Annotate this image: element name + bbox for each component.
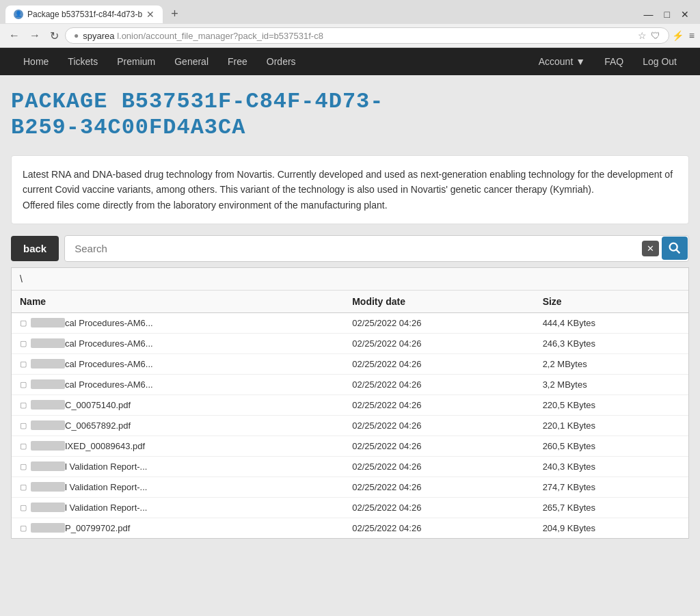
table-row[interactable]: ▢ l Validation Report-...02/25/2022 04:2… bbox=[12, 497, 688, 518]
redacted-prefix bbox=[31, 400, 65, 410]
nav-logout[interactable]: Log Out bbox=[633, 48, 686, 75]
path-bar: \ bbox=[12, 268, 688, 291]
table-row[interactable]: ▢ P_00799702.pdf02/25/2022 04:26204,9 KB… bbox=[12, 518, 688, 538]
file-table: Name Modity date Size ▢ cal Procedures-A… bbox=[12, 291, 688, 538]
menu-icon[interactable]: ≡ bbox=[689, 30, 695, 41]
table-row[interactable]: ▢ cal Procedures-AM6...02/25/2022 04:263… bbox=[12, 374, 688, 394]
nav-account-dropdown[interactable]: Account ▼ bbox=[529, 48, 595, 75]
table-row[interactable]: ▢ l Validation Report-...02/25/2022 04:2… bbox=[12, 456, 688, 477]
redacted-prefix bbox=[31, 379, 65, 389]
file-date: 02/25/2022 04:26 bbox=[344, 518, 534, 538]
redacted-prefix bbox=[31, 420, 65, 430]
file-name: IXED_00089643.pdf bbox=[65, 441, 145, 451]
col-size: Size bbox=[535, 291, 688, 313]
url-full: l.onion/account_file_manager?pack_id=b53… bbox=[117, 31, 323, 41]
file-icon: ▢ bbox=[20, 483, 27, 492]
site-navigation: Home Tickets Premium General Free Orders… bbox=[0, 48, 700, 75]
search-toolbar: back ✕ bbox=[11, 235, 689, 262]
search-input[interactable] bbox=[64, 235, 689, 262]
file-date: 02/25/2022 04:26 bbox=[344, 415, 534, 436]
table-row[interactable]: ▢ C_00075140.pdf02/25/2022 04:26220,5 KB… bbox=[12, 394, 688, 415]
file-size: 220,5 KBytes bbox=[535, 394, 688, 415]
address-actions: ⚡ ≡ bbox=[672, 30, 695, 41]
address-text: spyarea l.onion/account_file_manager?pac… bbox=[83, 31, 634, 41]
table-row[interactable]: ▢ cal Procedures-AM6...02/25/2022 04:262… bbox=[12, 333, 688, 353]
package-title-line2: B259-34C00FD4A3CA bbox=[11, 115, 245, 140]
redacted-prefix bbox=[31, 441, 65, 451]
file-date: 02/25/2022 04:26 bbox=[344, 477, 534, 497]
tab-favicon: 👤 bbox=[14, 10, 23, 19]
file-icon: ▢ bbox=[20, 524, 27, 533]
file-date: 02/25/2022 04:26 bbox=[344, 333, 534, 353]
redacted-prefix bbox=[31, 461, 65, 471]
nav-faq[interactable]: FAQ bbox=[595, 48, 633, 75]
redacted-prefix bbox=[31, 523, 65, 533]
table-row[interactable]: ▢ IXED_00089643.pdf02/25/2022 04:26260,5… bbox=[12, 436, 688, 456]
file-name-cell: ▢ cal Procedures-AM6... bbox=[12, 353, 344, 374]
file-name: C_00657892.pdf bbox=[65, 420, 131, 431]
file-name-cell: ▢ C_00657892.pdf bbox=[12, 415, 344, 436]
maximize-button[interactable]: □ bbox=[664, 9, 670, 20]
col-date: Modity date bbox=[344, 291, 534, 313]
dropdown-chevron-icon: ▼ bbox=[576, 56, 585, 67]
file-name: l Validation Report-... bbox=[65, 503, 147, 513]
file-icon: ▢ bbox=[20, 360, 27, 369]
forward-nav-button[interactable]: → bbox=[26, 28, 44, 43]
file-size: 204,9 KBytes bbox=[535, 518, 688, 538]
address-box[interactable]: ● spyarea l.onion/account_file_manager?p… bbox=[65, 27, 669, 44]
file-date: 02/25/2022 04:26 bbox=[344, 353, 534, 374]
shield-icon: 🛡 bbox=[651, 30, 660, 41]
file-size: 246,3 KBytes bbox=[535, 333, 688, 353]
file-name: C_00075140.pdf bbox=[65, 400, 131, 410]
tab-close-button[interactable]: ✕ bbox=[146, 10, 154, 19]
file-size: 265,7 KBytes bbox=[535, 497, 688, 518]
search-icon bbox=[667, 241, 682, 256]
redacted-prefix bbox=[31, 359, 65, 369]
nav-free[interactable]: Free bbox=[218, 48, 257, 75]
file-icon: ▢ bbox=[20, 380, 27, 389]
description-line1: Latest RNA and DNA-based drug technology… bbox=[23, 167, 677, 198]
file-icon: ▢ bbox=[20, 319, 27, 327]
file-name-cell: ▢ l Validation Report-... bbox=[12, 456, 344, 477]
nav-general[interactable]: General bbox=[165, 48, 218, 75]
new-tab-button[interactable]: + bbox=[165, 4, 184, 24]
nav-tickets[interactable]: Tickets bbox=[58, 48, 107, 75]
browser-chrome: 👤 Package b537531f-c84f-4d73-b ✕ + — □ ✕… bbox=[0, 0, 700, 48]
file-name-cell: ▢ cal Procedures-AM6... bbox=[12, 374, 344, 394]
minimize-button[interactable]: — bbox=[644, 9, 654, 20]
file-date: 02/25/2022 04:26 bbox=[344, 497, 534, 518]
file-size: 240,3 KBytes bbox=[535, 456, 688, 477]
table-row[interactable]: ▢ C_00657892.pdf02/25/2022 04:26220,1 KB… bbox=[12, 415, 688, 436]
file-date: 02/25/2022 04:26 bbox=[344, 456, 534, 477]
bookmark-icon[interactable]: ☆ bbox=[638, 30, 647, 41]
file-size: 274,7 KBytes bbox=[535, 477, 688, 497]
table-header-row: Name Modity date Size bbox=[12, 291, 688, 313]
file-name: cal Procedures-AM6... bbox=[65, 379, 153, 390]
redacted-prefix bbox=[31, 338, 65, 348]
nav-orders[interactable]: Orders bbox=[257, 48, 306, 75]
back-nav-button[interactable]: ← bbox=[5, 28, 23, 43]
active-tab[interactable]: 👤 Package b537531f-c84f-4d73-b ✕ bbox=[5, 5, 163, 23]
file-name-cell: ▢ cal Procedures-AM6... bbox=[12, 312, 344, 333]
file-icon: ▢ bbox=[20, 503, 27, 512]
back-button[interactable]: back bbox=[11, 236, 59, 261]
window-controls: — □ ✕ bbox=[644, 9, 695, 20]
search-button[interactable] bbox=[662, 237, 688, 260]
extensions-icon[interactable]: ⚡ bbox=[672, 30, 684, 41]
file-size: 2,2 MBytes bbox=[535, 353, 688, 374]
nav-home[interactable]: Home bbox=[14, 48, 58, 75]
file-icon: ▢ bbox=[20, 401, 27, 410]
file-date: 02/25/2022 04:26 bbox=[344, 436, 534, 456]
package-title: PACKAGE B537531F-C84F-4D73- B259-34C00FD… bbox=[11, 89, 689, 142]
table-row[interactable]: ▢ cal Procedures-AM6...02/25/2022 04:262… bbox=[12, 353, 688, 374]
close-window-button[interactable]: ✕ bbox=[681, 9, 689, 20]
table-row[interactable]: ▢ l Validation Report-...02/25/2022 04:2… bbox=[12, 477, 688, 497]
file-size: 444,4 KBytes bbox=[535, 312, 688, 333]
redacted-prefix bbox=[31, 318, 65, 327]
file-name: cal Procedures-AM6... bbox=[65, 318, 153, 328]
page-content: PACKAGE B537531F-C84F-4D73- B259-34C00FD… bbox=[0, 75, 700, 554]
reload-button[interactable]: ↻ bbox=[46, 28, 62, 44]
clear-search-button[interactable]: ✕ bbox=[642, 241, 659, 256]
table-row[interactable]: ▢ cal Procedures-AM6...02/25/2022 04:264… bbox=[12, 312, 688, 333]
nav-premium[interactable]: Premium bbox=[107, 48, 165, 75]
